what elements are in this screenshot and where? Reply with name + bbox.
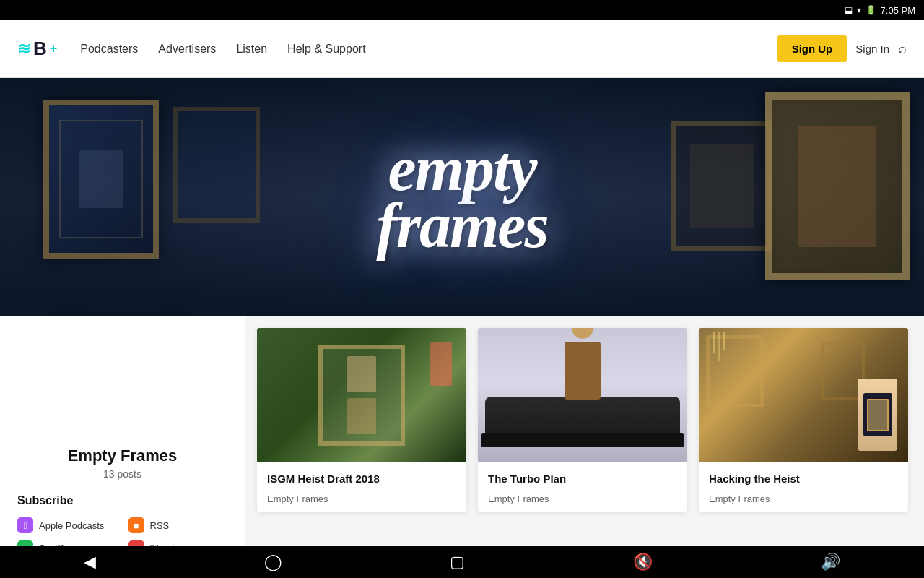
episodes-grid: ISGM Heist Draft 2018 Empty Frames bbox=[257, 328, 908, 512]
hero-banner: empty frames empty frames AUDIOBOOM bbox=[0, 78, 924, 316]
bottom-nav: ◀ ◯ ▢ 🔇 🔊 bbox=[0, 546, 924, 578]
hero-title-line2: frames bbox=[376, 197, 547, 254]
recent-apps-button[interactable]: ▢ bbox=[435, 553, 479, 571]
nav-podcasters[interactable]: Podcasters bbox=[80, 43, 138, 56]
subscribe-title: Subscribe bbox=[17, 494, 227, 507]
logo-text: B bbox=[33, 38, 47, 60]
bluetooth-icon: ⬓ bbox=[845, 5, 853, 15]
hero-title: empty frames bbox=[376, 140, 547, 254]
logo-wave-icon: ≋ bbox=[17, 40, 30, 59]
episode-thumb-2 bbox=[478, 328, 687, 462]
episode-thumb-1 bbox=[257, 328, 466, 462]
episode-podcast-3: Empty Frames bbox=[709, 493, 898, 504]
back-button[interactable]: ◀ bbox=[69, 553, 110, 571]
home-button[interactable]: ◯ bbox=[250, 553, 297, 571]
decorative-frame-left2 bbox=[173, 107, 260, 223]
episodes-area: ISGM Heist Draft 2018 Empty Frames bbox=[245, 316, 924, 546]
episode-card-1[interactable]: ISGM Heist Draft 2018 Empty Frames bbox=[257, 328, 466, 512]
wifi-icon: ▾ bbox=[857, 5, 861, 15]
episode-title-2: The Turbo Plan bbox=[488, 472, 677, 486]
apple-label: Apple Podcasts bbox=[39, 520, 104, 531]
decorative-frame-right bbox=[765, 92, 910, 280]
decorative-frame-right2 bbox=[671, 121, 772, 251]
episode-info-3: Hacking the Heist Empty Frames bbox=[699, 462, 908, 512]
hero-title-text: empty frames bbox=[376, 140, 547, 254]
episode-info-2: The Turbo Plan Empty Frames bbox=[478, 462, 687, 512]
nav-links: Podcasters Advertisers Listen Help & Sup… bbox=[80, 43, 777, 56]
hero-title-line1: empty bbox=[376, 140, 547, 197]
navbar: ≋ B + Podcasters Advertisers Listen Help… bbox=[0, 20, 924, 78]
episode-card-2[interactable]: The Turbo Plan Empty Frames bbox=[478, 328, 687, 512]
nav-listen[interactable]: Listen bbox=[236, 43, 267, 56]
status-time: 7:05 PM bbox=[881, 5, 915, 16]
subscribe-apple[interactable]:  Apple Podcasts bbox=[17, 517, 117, 533]
search-icon[interactable]: ⌕ bbox=[898, 40, 907, 57]
episode-podcast-1: Empty Frames bbox=[267, 493, 456, 504]
sidebar: Empty Frames 13 posts Subscribe  Apple … bbox=[0, 316, 245, 546]
subscribe-rss[interactable]: ■ RSS bbox=[128, 517, 228, 533]
signup-button[interactable]: Sign Up bbox=[777, 35, 847, 62]
episode-card-3[interactable]: Hacking the Heist Empty Frames bbox=[699, 328, 908, 512]
decorative-frame-left bbox=[43, 100, 159, 259]
podcast-posts: 13 posts bbox=[17, 468, 227, 480]
apple-icon:  bbox=[17, 517, 33, 533]
rss-icon: ■ bbox=[128, 517, 144, 533]
episode-thumb-3 bbox=[699, 328, 908, 462]
status-bar: ⬓ ▾ 🔋 7:05 PM bbox=[0, 0, 924, 20]
content-area: Empty Frames 13 posts Subscribe  Apple … bbox=[0, 316, 924, 546]
status-icons: ⬓ ▾ 🔋 7:05 PM bbox=[845, 5, 915, 16]
podcast-name: Empty Frames bbox=[17, 447, 227, 465]
nav-help[interactable]: Help & Support bbox=[287, 43, 366, 56]
episode-title-3: Hacking the Heist bbox=[709, 472, 898, 486]
volume-down-button[interactable]: 🔇 bbox=[619, 553, 667, 571]
volume-up-button[interactable]: 🔊 bbox=[806, 553, 855, 571]
episode-podcast-2: Empty Frames bbox=[488, 493, 677, 504]
logo[interactable]: ≋ B + bbox=[17, 38, 57, 60]
logo-plus: + bbox=[50, 41, 58, 56]
battery-icon: 🔋 bbox=[866, 5, 876, 15]
nav-advertisers[interactable]: Advertisers bbox=[158, 43, 216, 56]
episode-info-1: ISGM Heist Draft 2018 Empty Frames bbox=[257, 462, 466, 512]
rss-label: RSS bbox=[150, 520, 170, 531]
episode-title-1: ISGM Heist Draft 2018 bbox=[267, 472, 456, 486]
nav-actions: Sign Up Sign In ⌕ bbox=[777, 35, 907, 62]
signin-button[interactable]: Sign In bbox=[855, 43, 889, 55]
